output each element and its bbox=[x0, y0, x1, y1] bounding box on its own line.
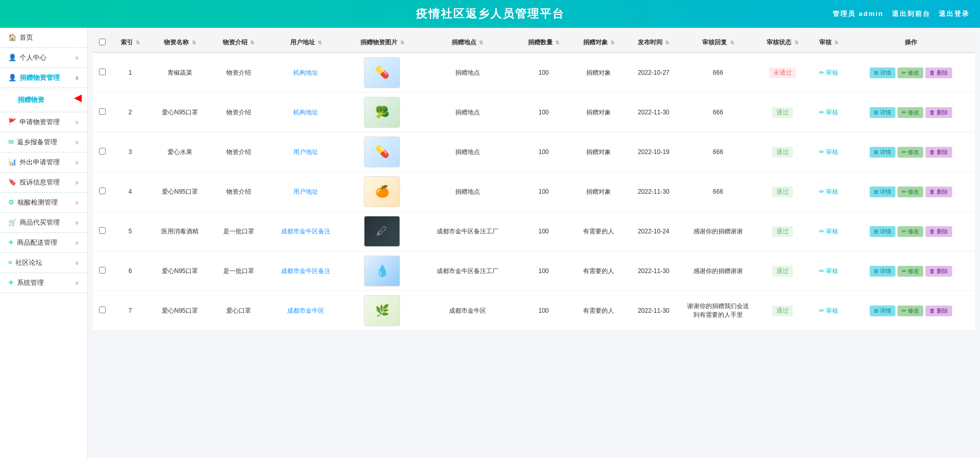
audit-button-5[interactable]: ✏ 审核 bbox=[819, 227, 838, 236]
cell-quantity: 100 bbox=[516, 132, 571, 172]
delete-button-6[interactable]: 🗑 删除 bbox=[925, 266, 952, 277]
cell-audit: ✏ 审核 bbox=[810, 212, 847, 251]
chevron-down-icon-10: ∨ bbox=[75, 280, 79, 286]
status-badge: 通过 bbox=[772, 226, 793, 237]
row-checkbox-1[interactable] bbox=[99, 69, 106, 75]
detail-button-5[interactable]: ⊞ 详情 bbox=[870, 226, 895, 237]
cell-address: 成都市金牛区 bbox=[266, 291, 346, 331]
audit-button-4[interactable]: ✏ 审核 bbox=[819, 188, 838, 196]
cell-actions: ⊞ 详情 ✏ 修改 🗑 删除 bbox=[847, 251, 974, 291]
audit-button-2[interactable]: ✏ 审核 bbox=[819, 108, 838, 117]
sidebar-item-pcr-mgmt[interactable]: ⚙核酸检测管理 ∨ bbox=[0, 193, 87, 213]
cell-audit-status: 未通过 bbox=[755, 53, 810, 93]
cell-index: 3 bbox=[112, 132, 149, 172]
col-image[interactable]: 捐赠物资图片 ⇅ bbox=[346, 33, 419, 53]
sidebar-item-product-mgmt[interactable]: 🛒商品代买管理 ∨ bbox=[0, 213, 87, 233]
edit-button-6[interactable]: ✏ 修改 bbox=[898, 266, 923, 277]
table-row: 1青椒蔬菜物资介绍机构地址💊捐赠地点100捐赠对象2022-10-27666未通… bbox=[93, 53, 975, 93]
sidebar-item-apply-mgmt[interactable]: 🚩申请物资管理 ∨ bbox=[0, 112, 87, 132]
tag-icon: 🔖 bbox=[8, 178, 16, 186]
product-image-4: 🍊 bbox=[364, 176, 400, 207]
row-checkbox-7[interactable] bbox=[99, 307, 106, 313]
sidebar-item-donation-mgmt[interactable]: 👤捐赠物资管理 ∧ bbox=[0, 68, 87, 88]
cell-name: 爱心水果 bbox=[149, 132, 211, 172]
sidebar-item-system-mgmt[interactable]: ✈系统管理 ∨ bbox=[0, 273, 87, 293]
sidebar-item-return-mgmt[interactable]: ✉返乡报备管理 ∨ bbox=[0, 132, 87, 152]
col-address[interactable]: 用户地址 ⇅ bbox=[266, 33, 346, 53]
sort-icon-intro: ⇅ bbox=[250, 40, 254, 45]
detail-button-6[interactable]: ⊞ 详情 bbox=[870, 266, 895, 277]
action-btn-group: ⊞ 详情 ✏ 修改 🗑 删除 bbox=[850, 226, 971, 237]
status-badge: 通过 bbox=[772, 186, 793, 197]
edit-button-4[interactable]: ✏ 修改 bbox=[898, 186, 923, 197]
col-intro[interactable]: 物资介绍 ⇅ bbox=[211, 33, 266, 53]
detail-button-3[interactable]: ⊞ 详情 bbox=[870, 147, 895, 158]
back-to-front-link[interactable]: 退出到前台 bbox=[892, 9, 931, 19]
table-body: 1青椒蔬菜物资介绍机构地址💊捐赠地点100捐赠对象2022-10-27666未通… bbox=[93, 53, 975, 331]
header-right: 管理员 admin 退出到前台 退出登录 bbox=[833, 9, 970, 19]
col-donate-place[interactable]: 捐赠地点 ⇅ bbox=[419, 33, 516, 53]
col-publish-time[interactable]: 发布时间 ⇅ bbox=[626, 33, 682, 53]
col-quantity[interactable]: 捐赠数量 ⇅ bbox=[516, 33, 571, 53]
sidebar-item-forum[interactable]: ≡社区论坛 ∨ bbox=[0, 253, 87, 273]
delete-button-7[interactable]: 🗑 删除 bbox=[925, 306, 952, 316]
chevron-down-icon-6: ∨ bbox=[75, 199, 79, 206]
delete-button-4[interactable]: 🗑 删除 bbox=[925, 186, 952, 197]
sidebar-complaint-label: 投诉信息管理 bbox=[20, 178, 60, 186]
detail-button-7[interactable]: ⊞ 详情 bbox=[870, 306, 895, 316]
delete-button-5[interactable]: 🗑 删除 bbox=[925, 226, 952, 237]
edit-button-5[interactable]: ✏ 修改 bbox=[898, 226, 923, 237]
sidebar-item-personal[interactable]: 👤个人中心 ∨ bbox=[0, 48, 87, 68]
delete-button-3[interactable]: 🗑 删除 bbox=[925, 147, 952, 158]
sidebar-item-home[interactable]: 🏠首页 bbox=[0, 28, 87, 48]
cell-image: 🥦 bbox=[346, 93, 419, 132]
cell-index: 7 bbox=[112, 291, 149, 331]
sidebar-item-delivery-mgmt[interactable]: ✈商品配送管理 ∨ bbox=[0, 233, 87, 253]
detail-button-1[interactable]: ⊞ 详情 bbox=[870, 67, 895, 78]
cell-actions: ⊞ 详情 ✏ 修改 🗑 删除 bbox=[847, 53, 974, 93]
cell-image: 💧 bbox=[346, 251, 419, 291]
detail-button-4[interactable]: ⊞ 详情 bbox=[870, 186, 895, 197]
sidebar-item-donated-materials[interactable]: 捐赠物资 ◀ bbox=[12, 92, 87, 108]
cell-intro: 物资介绍 bbox=[211, 53, 266, 93]
page-title: 疫情社区返乡人员管理平台 bbox=[416, 7, 564, 20]
audit-button-7[interactable]: ✏ 审核 bbox=[819, 307, 838, 315]
logout-link[interactable]: 退出登录 bbox=[939, 9, 970, 19]
cell-intro: 爱心口罩 bbox=[211, 291, 266, 331]
sidebar-item-complaint-mgmt[interactable]: 🔖投诉信息管理 ∨ bbox=[0, 173, 87, 193]
row-checkbox-2[interactable] bbox=[99, 108, 106, 115]
col-audit-reply[interactable]: 审核回复 ⇅ bbox=[681, 33, 755, 53]
col-audit[interactable]: 审核 ⇅ bbox=[810, 33, 847, 53]
col-target[interactable]: 捐赠对象 ⇅ bbox=[571, 33, 626, 53]
col-name[interactable]: 物资名称 ⇅ bbox=[149, 33, 211, 53]
cell-donate-place: 捐赠地点 bbox=[419, 172, 516, 212]
col-audit-status[interactable]: 审核状态 ⇅ bbox=[755, 33, 810, 53]
edit-button-3[interactable]: ✏ 修改 bbox=[898, 147, 923, 158]
edit-button-7[interactable]: ✏ 修改 bbox=[898, 306, 923, 316]
cell-quantity: 100 bbox=[516, 212, 571, 251]
row-checkbox-4[interactable] bbox=[99, 188, 106, 194]
chevron-down-icon-4: ∨ bbox=[75, 159, 79, 166]
detail-button-2[interactable]: ⊞ 详情 bbox=[870, 107, 895, 118]
row-checkbox-6[interactable] bbox=[99, 267, 106, 274]
delete-button-1[interactable]: 🗑 删除 bbox=[925, 67, 952, 78]
row-checkbox-3[interactable] bbox=[99, 148, 106, 155]
select-all-checkbox[interactable] bbox=[99, 39, 106, 45]
row-checkbox-5[interactable] bbox=[99, 227, 106, 234]
table-row: 4爱心N95口罩物资介绍用户地址🍊捐赠地点100捐赠对象2022-11-3066… bbox=[93, 172, 975, 212]
cell-address: 成都市金牛区备注 bbox=[266, 251, 346, 291]
edit-button-1[interactable]: ✏ 修改 bbox=[898, 67, 923, 78]
product-image-2: 🥦 bbox=[364, 97, 400, 128]
cell-audit-status: 通过 bbox=[755, 251, 810, 291]
audit-button-6[interactable]: ✏ 审核 bbox=[819, 267, 838, 276]
audit-button-1[interactable]: ✏ 审核 bbox=[819, 69, 838, 77]
cell-donate-place: 成都市金牛区备注工厂 bbox=[419, 251, 516, 291]
sidebar-item-goout-mgmt[interactable]: 📊外出申请管理 ∨ bbox=[0, 152, 87, 173]
delete-button-2[interactable]: 🗑 删除 bbox=[925, 107, 952, 118]
audit-button-3[interactable]: ✏ 审核 bbox=[819, 148, 838, 157]
cell-name: 爱心N95口罩 bbox=[149, 93, 211, 132]
chart-icon: 📊 bbox=[8, 158, 16, 166]
cell-address: 用户地址 bbox=[266, 172, 346, 212]
col-index[interactable]: 索引 ⇅ bbox=[112, 33, 149, 53]
edit-button-2[interactable]: ✏ 修改 bbox=[898, 107, 923, 118]
